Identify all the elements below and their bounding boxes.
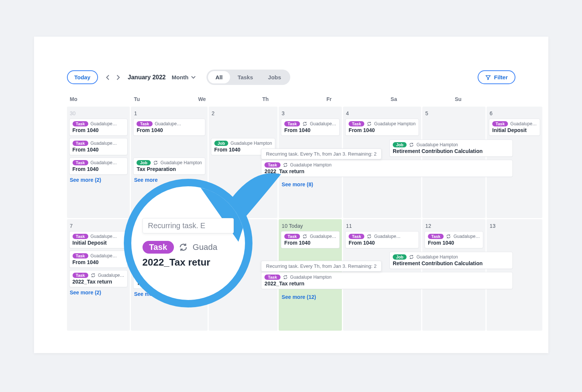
event-name: Guadalupe… xyxy=(91,253,117,258)
event-name: Guadalupe… xyxy=(91,160,117,165)
event-name: Guadalupe… xyxy=(310,234,336,239)
task-badge: Task xyxy=(73,121,88,126)
event-name: Guadalupe Hampton xyxy=(416,254,458,260)
event-name: Guadalupe Hampton xyxy=(290,275,332,280)
today-button[interactable]: Today xyxy=(67,70,98,84)
event-title: 2022_Tax return xyxy=(264,281,509,287)
header-tu: Tu xyxy=(131,94,194,104)
header-mo: Mo xyxy=(67,94,131,104)
day-number: 11 xyxy=(345,223,419,229)
event-title: From 1040 xyxy=(284,127,336,133)
filter-button[interactable]: Filter xyxy=(478,70,515,84)
magnifier-callout: Recurring task. E Task Guada 2022_Tax re… xyxy=(124,179,252,307)
day-number: 2 xyxy=(211,110,275,116)
event-title: From 1040 xyxy=(428,240,480,246)
spanning-event-tax-return[interactable]: TaskGuadalupe Hampton 2022_Tax return xyxy=(261,160,513,177)
recur-icon xyxy=(302,234,307,239)
task-badge: Task xyxy=(73,273,88,278)
event[interactable]: TaskGuadalupe…From 1040 xyxy=(345,231,419,248)
event[interactable]: TaskGuadalupe…From 1040 xyxy=(69,251,128,268)
event-name: Guadalupe Hampton xyxy=(290,162,332,168)
filter-label: Filter xyxy=(494,74,508,80)
header-th: Th xyxy=(259,94,323,104)
cell-7[interactable]: 7 TaskGuadalupe…Initial Deposit TaskGuad… xyxy=(67,219,130,331)
recur-icon xyxy=(91,273,96,278)
header-su: Su xyxy=(452,94,515,104)
segmented-filter: All Tasks Jobs xyxy=(206,70,290,85)
event[interactable]: TaskGuadalupe…From 1040 xyxy=(281,119,340,136)
event-name: Guadalupe… xyxy=(374,234,401,239)
job-badge: Job xyxy=(214,141,229,146)
event[interactable]: TaskGuadalupe…From 1040 xyxy=(69,119,128,136)
day-number: 3 xyxy=(281,110,340,116)
recur-icon xyxy=(446,234,451,239)
event-title: 2022_Tax return xyxy=(73,279,125,285)
event[interactable]: TaskGuadalupe…From 1040 xyxy=(69,138,128,155)
recur-icon xyxy=(178,242,188,252)
event-name: Guadalupe… xyxy=(155,121,181,126)
chevron-right-icon xyxy=(116,74,120,80)
chevron-down-icon xyxy=(191,76,196,79)
recur-icon xyxy=(302,121,307,126)
spanning-event-retirement-2[interactable]: JobGuadalupe Hampton Retirement Contribu… xyxy=(389,252,513,269)
event-title: Initial Deposit xyxy=(73,240,125,246)
filter-icon xyxy=(485,74,491,80)
event[interactable]: TaskGuadalupe HamptonFrom 1040 xyxy=(345,119,419,136)
event-title: From 1040 xyxy=(73,147,125,153)
event[interactable]: TaskGuadalupe…From 1040 xyxy=(133,119,205,136)
calendar-header: Mo Tu We Th Fr Sa Su xyxy=(67,94,515,104)
header-we: We xyxy=(195,94,259,104)
day-number: 13 xyxy=(489,223,540,229)
job-badge: Job xyxy=(137,160,151,165)
event[interactable]: TaskGuadalupe…2022_Tax return xyxy=(69,270,128,287)
see-more[interactable]: See more (8) xyxy=(281,181,340,187)
task-badge: Task xyxy=(349,121,364,126)
segment-all[interactable]: All xyxy=(208,71,230,83)
cell-30[interactable]: 30 TaskGuadalupe…From 1040 TaskGuadalupe… xyxy=(67,107,130,218)
task-badge: Task xyxy=(73,253,88,258)
event-name: Guadalupe… xyxy=(91,141,117,146)
event-name: Guadalupe… xyxy=(98,273,125,278)
segment-jobs[interactable]: Jobs xyxy=(261,71,289,83)
prev-month-button[interactable] xyxy=(104,73,111,82)
event-name: Guadalupe Hampton xyxy=(416,142,458,147)
next-month-button[interactable] xyxy=(114,73,122,82)
event-title: From 1040 xyxy=(284,240,336,246)
job-badge: Job xyxy=(393,254,407,260)
recur-icon xyxy=(367,234,372,239)
event-title: Tax Preparation xyxy=(137,166,202,172)
task-badge: Task xyxy=(73,234,88,239)
event-name: Guadalupe Hampton xyxy=(160,160,202,165)
event-title: From 1040 xyxy=(137,127,202,133)
event[interactable]: TaskGuadalupe…Initial Deposit xyxy=(489,119,540,136)
job-badge: Job xyxy=(393,142,407,147)
spanning-event-tax-return-2[interactable]: TaskGuadalupe Hampton 2022_Tax return xyxy=(261,272,513,289)
recur-icon xyxy=(283,275,288,280)
spanning-event-retirement[interactable]: JobGuadalupe Hampton Retirement Contribu… xyxy=(389,140,513,157)
event[interactable]: TaskGuadalupe…Initial Deposit xyxy=(69,231,128,248)
event-name: Guadalupe Hampton xyxy=(230,141,272,146)
segment-tasks[interactable]: Tasks xyxy=(230,71,260,83)
day-number: 12 xyxy=(425,223,483,229)
see-more[interactable]: See more (2) xyxy=(69,290,128,295)
calendar-app: Today January 2022 Month All Tasks Jobs xyxy=(34,37,548,353)
view-select[interactable]: Month xyxy=(172,74,196,80)
event[interactable]: TaskGuadalupe…From 1040 xyxy=(69,157,128,175)
event[interactable]: JobGuadalupe HamptonTax Preparation xyxy=(133,157,205,175)
task-badge: Task xyxy=(73,160,88,165)
event[interactable]: TaskGuadalupe…From 1040 xyxy=(425,231,483,248)
task-badge: Task xyxy=(284,121,300,126)
task-badge: Task xyxy=(428,234,444,239)
event-title: From 1040 xyxy=(73,166,125,172)
toolbar: Today January 2022 Month All Tasks Jobs xyxy=(67,70,515,85)
chevron-left-icon xyxy=(105,74,110,80)
event-name: Guadalupe… xyxy=(510,121,537,126)
task-badge: Task xyxy=(492,121,508,126)
event-name: Guadalupe Hampton xyxy=(374,121,416,126)
day-number: 6 xyxy=(489,110,540,116)
see-more[interactable]: See more (12) xyxy=(281,294,340,300)
event-title: From 1040 xyxy=(73,259,125,265)
event[interactable]: TaskGuadalupe…From 1040 xyxy=(281,231,340,248)
see-more[interactable]: See more (2) xyxy=(69,177,128,183)
task-badge: Task xyxy=(73,141,88,146)
